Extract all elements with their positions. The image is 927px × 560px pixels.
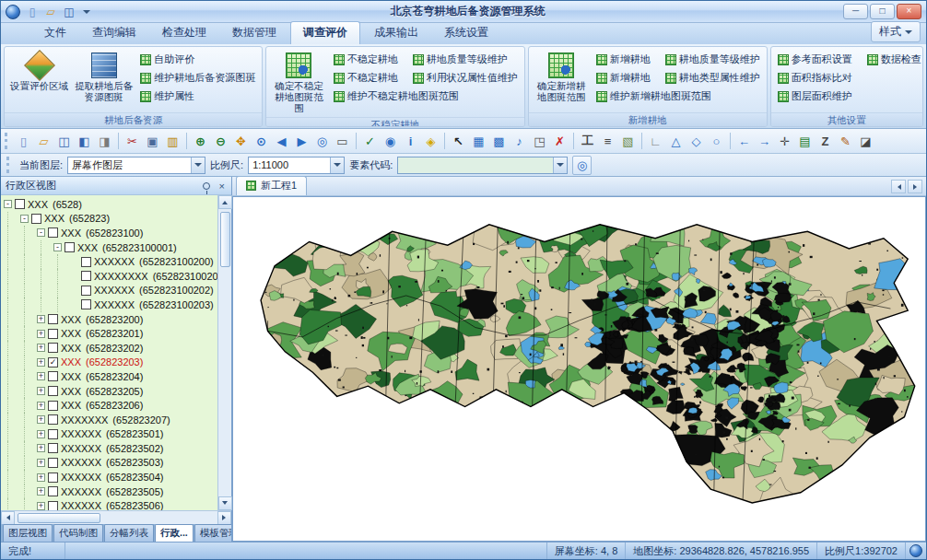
tree-item[interactable]: +XXXXXX(652823503) — [4, 456, 217, 471]
triangle-tool-icon[interactable]: △ — [666, 132, 686, 151]
scroll-up-button[interactable] — [218, 195, 232, 209]
menu-tab-query-edit[interactable]: 查询编辑 — [80, 22, 148, 44]
panel-tab-sheet-list[interactable]: 分幅列表 — [104, 524, 154, 542]
expand-icon[interactable]: + — [37, 430, 45, 438]
expand-icon[interactable]: + — [37, 487, 45, 496]
tree-checkbox[interactable] — [48, 486, 58, 496]
tree-checkbox[interactable] — [48, 443, 58, 453]
tree-checkbox[interactable] — [81, 257, 91, 267]
menu-tab-file[interactable]: 文件 — [32, 22, 78, 44]
tree-checkbox[interactable] — [48, 343, 58, 353]
scroll-left-button[interactable] — [1, 511, 15, 525]
move-icon[interactable]: ✛ — [775, 132, 794, 151]
tree-checkbox[interactable] — [48, 228, 58, 238]
current-layer-combo[interactable]: 屏幕作图层 — [67, 157, 205, 174]
unstable-quality-grade-button[interactable]: 耕地质量等级维护 — [410, 52, 510, 67]
scrollbar-thumb[interactable] — [18, 513, 100, 523]
attribute-table-icon[interactable]: ▦ — [469, 132, 488, 151]
tree-item[interactable]: +XXXXXX(652823502) — [4, 441, 217, 456]
tree-checkbox[interactable]: ✓ — [48, 357, 58, 368]
maintain-reserve-patch-button[interactable]: 维护耕地后备资源图斑 — [137, 70, 258, 86]
quick-access-dropdown-icon[interactable] — [83, 10, 90, 18]
zoom-window-icon[interactable]: ⊙ — [252, 132, 271, 151]
tree-checkbox[interactable] — [48, 414, 58, 425]
expand-icon[interactable]: + — [37, 473, 45, 482]
pan-icon[interactable]: ✥ — [231, 132, 251, 151]
feature-code-combo[interactable] — [397, 157, 568, 174]
unstable-farmland-button-2[interactable]: 不稳定耕地 — [331, 70, 401, 86]
combo-dropdown-icon[interactable] — [191, 158, 205, 173]
unstable-usage-attribute-button[interactable]: 利用状况属性值维护 — [410, 70, 521, 86]
diamond-tool-icon[interactable]: ◇ — [686, 132, 706, 151]
tree-checkbox[interactable] — [48, 401, 58, 411]
tree-checkbox[interactable] — [48, 371, 58, 381]
menu-tab-survey-evaluate[interactable]: 调查评价 — [290, 21, 360, 44]
ruler-icon[interactable]: 工 — [578, 132, 597, 151]
define-new-farmland-extent-button[interactable]: 确定新增耕地图斑范围 — [533, 50, 591, 111]
tree-item[interactable]: +XXXXXX(652823505) — [4, 484, 217, 499]
collapse-icon[interactable]: - — [4, 200, 12, 208]
self-evaluate-button[interactable]: 自助评价 — [137, 52, 258, 67]
tree-checkbox[interactable] — [81, 271, 91, 281]
scroll-right-button[interactable] — [217, 511, 231, 525]
copy-icon[interactable]: ▣ — [143, 132, 162, 151]
maintain-attribute-button[interactable]: 维护属性 — [137, 88, 258, 104]
tree-item[interactable]: XXXXXX(652823100200) — [4, 254, 217, 269]
tree-checkbox[interactable] — [48, 472, 58, 483]
maintain-unstable-extent-button[interactable]: 维护不稳定耕地图斑范围 — [331, 88, 462, 104]
measure-angle-icon[interactable]: ∟ — [646, 132, 665, 151]
open-folder-icon[interactable]: ▱ — [34, 132, 53, 151]
full-extent-icon[interactable]: ◎ — [312, 132, 332, 151]
new-quality-grade-button[interactable]: 耕地质量等级维护 — [663, 52, 763, 67]
overview-window-icon[interactable]: ◳ — [530, 132, 549, 151]
expand-icon[interactable]: + — [37, 502, 45, 510]
unstable-farmland-button[interactable]: 不稳定耕地 — [331, 52, 401, 67]
select-confirm-icon[interactable]: ✓ — [360, 132, 380, 151]
tree-item[interactable]: +XXXXXX(652823506) — [4, 498, 217, 510]
toolbar-drag-handle[interactable] — [5, 133, 9, 149]
expand-icon[interactable]: + — [37, 459, 45, 467]
circle-tool-icon[interactable]: ○ — [707, 132, 726, 151]
menu-tab-system-settings[interactable]: 系统设置 — [432, 22, 500, 44]
expand-icon[interactable]: + — [37, 358, 45, 367]
z-order-icon[interactable]: Z — [816, 132, 835, 151]
menu-tab-result-output[interactable]: 成果输出 — [362, 22, 430, 44]
delete-icon[interactable]: ✗ — [550, 132, 569, 151]
flash-locate-icon[interactable]: ◈ — [421, 132, 440, 151]
menu-tab-check-process[interactable]: 检查处理 — [150, 22, 218, 44]
grid-view-icon[interactable]: ▩ — [489, 132, 509, 151]
panel-tab-code-map[interactable]: 代码制图 — [53, 524, 103, 542]
info-icon[interactable]: i — [401, 132, 420, 151]
area-index-compare-button[interactable]: 面积指标比对 — [775, 70, 855, 86]
extract-reserve-resource-button[interactable]: 提取耕地后备资源图斑 — [73, 50, 135, 111]
tree-item[interactable]: +XXX(652823206) — [4, 398, 217, 413]
panel-tab-layer-view[interactable]: 图层视图 — [3, 524, 53, 542]
tree-checkbox[interactable] — [15, 199, 25, 209]
scroll-down-button[interactable] — [218, 496, 232, 510]
expand-icon[interactable]: + — [37, 315, 45, 323]
zoom-layer-icon[interactable]: ▤ — [795, 132, 815, 151]
identify-icon[interactable]: ◉ — [381, 132, 400, 151]
tree-item[interactable]: +✓XXX(652823203) — [4, 356, 217, 370]
modify-feature-icon[interactable]: ◪ — [856, 132, 875, 151]
panel-tab-template-manage[interactable]: 模板管理 — [194, 524, 231, 542]
new-farmland-button-2[interactable]: 新增耕地 — [593, 70, 653, 86]
status-globe-icon[interactable] — [909, 544, 922, 557]
expand-icon[interactable]: + — [37, 330, 45, 338]
tree-item[interactable]: -XXX(652823100) — [4, 226, 217, 240]
tree-checkbox[interactable] — [81, 286, 91, 296]
define-unstable-extent-button[interactable]: 确定不稳定耕地图斑范围 — [270, 50, 327, 116]
toolbar-drag-handle[interactable] — [6, 157, 11, 173]
tree-checkbox[interactable] — [65, 242, 75, 252]
new-file-icon[interactable]: ▯ — [14, 132, 33, 151]
expand-icon[interactable]: + — [37, 444, 45, 452]
expand-icon[interactable]: + — [37, 344, 45, 352]
previous-view-icon[interactable]: ◀ — [272, 132, 291, 151]
sound-icon[interactable]: ♪ — [510, 132, 529, 151]
maximize-button[interactable]: □ — [870, 4, 895, 19]
land-use-map[interactable] — [233, 197, 925, 541]
vertical-scrollbar[interactable] — [217, 195, 231, 510]
tree-checkbox[interactable] — [48, 329, 58, 339]
quick-new-icon[interactable]: ▯ — [24, 4, 41, 20]
new-farmland-button[interactable]: 新增耕地 — [593, 52, 653, 67]
